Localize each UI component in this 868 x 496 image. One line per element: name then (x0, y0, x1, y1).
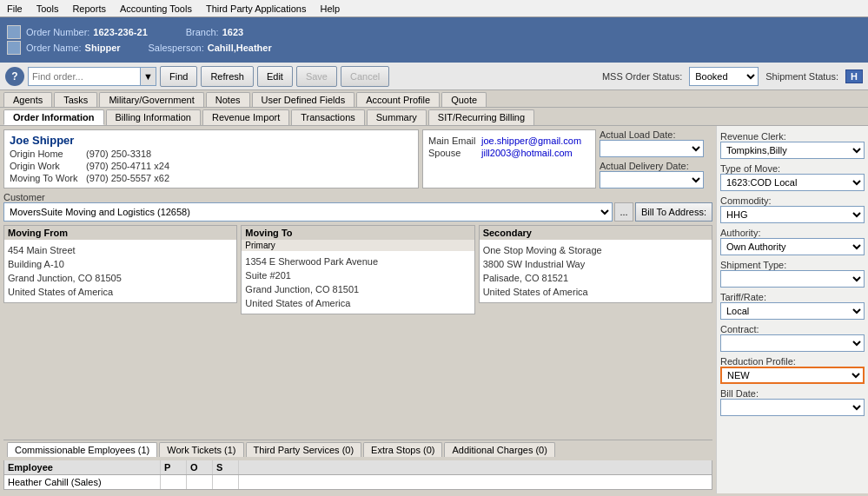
menu-tools[interactable]: Tools (33, 3, 63, 15)
customer-more-button[interactable]: ... (614, 202, 633, 222)
bill-date-group: Bill Date: (720, 387, 865, 416)
order-number-value: 1623-236-21 (93, 27, 147, 37)
contract-label: Contract: (720, 324, 865, 334)
td-p (161, 475, 187, 489)
type-of-move-label: Type of Move: (720, 163, 865, 174)
find-order-dropdown[interactable]: ▼ (141, 67, 156, 86)
salesperson-value: Cahill,Heather (208, 43, 272, 53)
bottom-tab-work-tickets[interactable]: Work Tickets (1) (159, 442, 243, 457)
tab-agents[interactable]: Agents (3, 92, 52, 107)
td-employee: Heather Cahill (Sales) (4, 475, 161, 489)
left-panel: Joe Shipper Origin Home (970) 250-3318 O… (0, 126, 716, 493)
contact-origin-home-label: Origin Home (10, 149, 79, 159)
save-button[interactable]: Save (296, 66, 337, 87)
tab-transactions[interactable]: Transactions (291, 109, 365, 125)
main-area: Joe Shipper Origin Home (970) 250-3318 O… (0, 126, 868, 493)
tab-billing-information[interactable]: Billing Information (106, 109, 201, 125)
menu-third-party[interactable]: Third Party Applications (202, 3, 310, 15)
content-area: Joe Shipper Origin Home (970) 250-3318 O… (0, 126, 868, 493)
tab-summary[interactable]: Summary (367, 109, 427, 125)
mss-order-status-label: MSS Order Status: (602, 71, 682, 82)
title-bar: Order Number: 1623-236-21 Branch: 1623 O… (0, 17, 868, 63)
contract-select[interactable] (720, 334, 865, 352)
mss-order-status-select[interactable]: Booked (689, 67, 759, 86)
tab-military[interactable]: Military/Government (99, 92, 203, 107)
order-number-label: Order Number: (26, 27, 89, 37)
moving-to-body: 1354 E Sherwood Park AvenueSuite #201Gra… (241, 251, 474, 314)
tab-account-profile[interactable]: Account Profile (356, 92, 440, 107)
shipment-type-select[interactable] (720, 270, 865, 288)
actual-delivery-date-input[interactable] (600, 171, 704, 188)
menu-reports[interactable]: Reports (69, 3, 109, 15)
type-of-move-group: Type of Move: 1623:COD Local (720, 162, 865, 191)
th-o: O (187, 460, 213, 474)
shipment-status-label: Shipment Status: (765, 71, 838, 82)
tab-tasks[interactable]: Tasks (54, 92, 97, 107)
salesperson-label: Salesperson: (149, 43, 204, 53)
email-main-link[interactable]: joe.shipper@gmail.com (481, 136, 581, 146)
refresh-button[interactable]: Refresh (201, 66, 254, 87)
actual-load-date-group: Actual Load Date: (600, 129, 712, 157)
email-dates-section: Main Email joe.shipper@gmail.com Spouse … (422, 129, 596, 188)
tabs-inner: Order Information Billing Information Re… (0, 108, 868, 126)
tab-user-defined[interactable]: User Defined Fields (252, 92, 355, 107)
menu-help[interactable]: Help (316, 3, 343, 15)
bottom-table: Employee P O S Heather Cahill (Sales) (3, 460, 712, 490)
actual-delivery-date-group: Actual Delivery Date: (600, 161, 712, 188)
table-header: Employee P O S (4, 460, 712, 475)
secondary-panel: Secondary One Stop Moving & Storage3800 … (479, 225, 712, 436)
menu-file[interactable]: File (3, 3, 26, 15)
bottom-tab-additional-charges[interactable]: Additional Charges (0) (444, 442, 554, 457)
help-button[interactable]: ? (5, 67, 24, 86)
moving-to-panel: Moving To Primary 1354 E Sherwood Park A… (241, 225, 474, 436)
th-employee: Employee (4, 460, 161, 474)
email-spouse-link[interactable]: jill2003@hotmail.com (481, 148, 573, 158)
tab-revenue-import[interactable]: Revenue Import (202, 109, 289, 125)
moving-from-panel: Moving From 454 Main StreetBuilding A-10… (3, 225, 237, 436)
tab-order-information[interactable]: Order Information (3, 109, 104, 125)
contact-row-0: Origin Home (970) 250-3318 (10, 149, 413, 159)
tab-sit-recurring[interactable]: SIT/Recurring Billing (428, 109, 534, 125)
find-button[interactable]: Find (160, 66, 197, 87)
contact-row-2: Moving To Work (970) 250-5557 x62 (10, 173, 413, 183)
branch-value: 1623 (222, 27, 243, 37)
customer-select[interactable]: MoversSuite Moving and Logistics (12658) (3, 202, 613, 222)
find-order-input[interactable] (28, 67, 141, 86)
moving-to-sub: Primary (241, 240, 474, 251)
shipment-type-label: Shipment Type: (720, 260, 865, 270)
secondary-body: One Stop Moving & Storage3800 SW Industr… (479, 240, 712, 303)
bottom-tabs: Commissionable Employees (1) Work Ticket… (3, 440, 712, 457)
edit-button[interactable]: Edit (257, 66, 293, 87)
top-section: Joe Shipper Origin Home (970) 250-3318 O… (3, 129, 712, 188)
td-o (187, 475, 213, 489)
bottom-tab-commissionable[interactable]: Commissionable Employees (1) (7, 442, 157, 457)
contact-name: Joe Shipper (10, 134, 413, 147)
revenue-clerk-select[interactable]: Tompkins,Billy (720, 142, 865, 159)
bill-to-address-button[interactable]: Bill To Address: (635, 202, 712, 222)
authority-group: Authority: Own Authority (720, 226, 865, 255)
actual-load-date-label: Actual Load Date: (600, 129, 712, 140)
bottom-tab-third-party[interactable]: Third Party Services (0) (246, 442, 362, 457)
commodity-group: Commodity: HHG (720, 194, 865, 223)
actual-load-date-input[interactable] (600, 140, 704, 157)
tariff-rate-select[interactable]: Local (720, 302, 865, 320)
type-of-move-select[interactable]: 1623:COD Local (720, 174, 865, 191)
bottom-tab-extra-stops[interactable]: Extra Stops (0) (363, 442, 442, 457)
bill-date-select[interactable] (720, 399, 865, 416)
moving-to-header: Moving To (241, 225, 474, 240)
shipment-type-group: Shipment Type: (720, 258, 865, 288)
moving-from-body: 454 Main StreetBuilding A-10Grand Juncti… (3, 240, 237, 303)
menu-accounting-tools[interactable]: Accounting Tools (116, 3, 195, 15)
commodity-label: Commodity: (720, 195, 865, 206)
toolbar: ? ▼ Find Refresh Edit Save Cancel MSS Or… (0, 63, 868, 90)
actual-delivery-date-label: Actual Delivery Date: (600, 161, 712, 171)
commodity-select[interactable]: HHG (720, 206, 865, 223)
tab-quote[interactable]: Quote (441, 92, 487, 107)
branch-label: Branch: (186, 27, 219, 37)
cancel-button[interactable]: Cancel (341, 66, 389, 87)
reduction-profile-select[interactable]: NEW (720, 367, 865, 384)
th-s: S (213, 460, 239, 474)
tab-notes[interactable]: Notes (206, 92, 250, 107)
dates-section: Actual Load Date: Actual Delivery Date: (600, 129, 712, 188)
authority-select[interactable]: Own Authority (720, 238, 865, 255)
